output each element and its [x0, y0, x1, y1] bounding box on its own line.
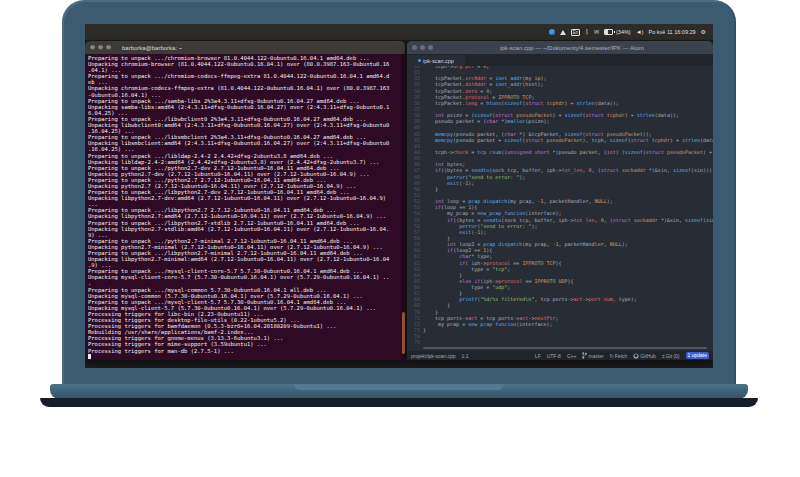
laptop-base-bottom	[40, 398, 758, 407]
status-grammar[interactable]: C++	[567, 353, 576, 359]
code-line: 75	[407, 339, 713, 345]
terminal-line: Unpacking libpython2.7-dev:amd64 (2.7.12…	[88, 195, 401, 201]
terminal-line: Unpacking python2.7-dev (2.7.12-1ubuntu0…	[88, 171, 401, 177]
battery-icon	[604, 29, 613, 35]
laptop-screen: En ᛒ ✉ (34%) ◄) Po kvě 11 16:09:29 ⚙ bar…	[85, 24, 713, 368]
terminal-line: Unpacking mysql-client-core-5.7 (5.7.30-…	[88, 274, 401, 280]
clock[interactable]: Po kvě 11 16:09:29	[649, 29, 696, 35]
terminal-line: Unpacking chromium-codecs-ffmpeg-extra (…	[88, 85, 401, 91]
laptop-lid-notch	[294, 384, 504, 390]
battery-percent: (34%)	[616, 29, 631, 35]
terminal-line: Preparing to unpack .../chromium-codecs-…	[88, 73, 401, 79]
github-icon	[633, 353, 639, 359]
terminal-line: Unpacking libwbclient0:amd64 (2:4.3.11+d…	[88, 122, 401, 128]
mail-icon[interactable]: ✉	[594, 29, 599, 35]
modified-dot-icon	[418, 59, 421, 62]
status-github[interactable]: GitHub	[633, 353, 656, 359]
terminal-line: Unpacking samba-libs:amd64 (2:4.3.11+dfs…	[88, 104, 401, 110]
terminal-line: Unpacking chromium-browser (81.0.4044.12…	[88, 61, 401, 67]
wifi-icon[interactable]	[560, 30, 566, 35]
editor-title: ipk-scan.cpp — ~/Dokumenty/4.semester/IP…	[436, 45, 708, 51]
editor-titlebar[interactable]: ipk-scan.cpp — ~/Dokumenty/4.semester/IP…	[407, 41, 713, 54]
terminal-cursor	[88, 354, 91, 360]
status-encoding[interactable]: UTF-8	[547, 353, 561, 359]
minimize-button[interactable]	[420, 45, 425, 50]
terminal-line: Unpacking libsmbclient:amd64 (2:4.3.11+d…	[88, 140, 401, 146]
battery-icon-nub	[614, 31, 615, 33]
status-line-ending[interactable]: LF	[535, 353, 541, 359]
terminal-window: barborka@barborka: ~ Preparing to unpack…	[85, 41, 405, 360]
terminal-title: barborka@barborka: ~	[122, 45, 182, 51]
tab-ipk-scan[interactable]: ipk-scan.cpp	[407, 55, 465, 66]
horizontal-scrollbar[interactable]	[423, 347, 707, 349]
status-git[interactable]: ± Git (0)	[662, 353, 680, 359]
close-button[interactable]	[412, 45, 417, 50]
top-panel: En ᛒ ✉ (34%) ◄) Po kvě 11 16:09:29 ⚙	[85, 24, 713, 40]
maximize-button[interactable]	[106, 45, 111, 50]
status-cursor-position[interactable]: 1:1	[461, 353, 468, 359]
terminal-output[interactable]: Preparing to unpack .../chromium-browser…	[85, 54, 405, 360]
minimize-button[interactable]	[98, 45, 103, 50]
status-fetch[interactable]: ↻ Fetch	[610, 353, 628, 359]
code-lines: 30 tcph->urg_ptr = 0;3132 tcpPacket.srcA…	[407, 66, 713, 345]
volume-icon[interactable]: ◄)	[636, 29, 644, 35]
tab-label: ipk-scan.cpp	[423, 58, 454, 64]
terminal-line: Preparing to unpack .../libpython2.7-std…	[88, 220, 401, 226]
status-bar: projekt/ipk-scan.cpp 1:1 LF UTF-8 C++ ma…	[407, 351, 713, 360]
session-gear-icon[interactable]: ⚙	[701, 29, 706, 35]
terminal-line: Unpacking libpython2.7:amd64 (2.7.12-1ub…	[88, 213, 401, 219]
battery-indicator[interactable]: (34%)	[604, 29, 631, 35]
laptop-base	[50, 384, 748, 399]
page: En ᛒ ✉ (34%) ◄) Po kvě 11 16:09:29 ⚙ bar…	[0, 0, 800, 477]
code-editor[interactable]: 30 tcph->urg_ptr = 0;3132 tcpPacket.srcA…	[407, 66, 713, 351]
terminal-line: Preparing to unpack .../samba-libs_2%3a4…	[88, 98, 401, 104]
fetch-icon: ↻	[610, 353, 614, 359]
keyboard-layout-indicator[interactable]: En	[571, 29, 581, 36]
terminal-line: Unpacking libldap-2.4-2:amd64 (2.4.42+df…	[88, 159, 401, 165]
terminal-scrollbar-thumb[interactable]	[402, 312, 405, 354]
bluetooth-icon[interactable]: ᛒ	[585, 29, 589, 35]
status-branch[interactable]: master	[582, 352, 603, 359]
desktop: barborka@barborka: ~ Preparing to unpack…	[85, 40, 713, 368]
maximize-button[interactable]	[428, 45, 433, 50]
terminal-titlebar[interactable]: barborka@barborka: ~	[85, 41, 405, 54]
terminal-line: Unpacking libpython2.7-minimal:amd64 (2.…	[88, 256, 401, 262]
editor-window: ipk-scan.cpp — ~/Dokumenty/4.semester/IP…	[407, 41, 713, 360]
terminal-scrollbar[interactable]	[402, 54, 405, 360]
close-button[interactable]	[90, 45, 95, 50]
git-branch-icon	[582, 352, 587, 359]
tray-app-icon[interactable]	[549, 29, 555, 35]
terminal-line: Unpacking mysql-common (5.7.30-0ubuntu0.…	[88, 293, 401, 299]
status-update-badge[interactable]: 1 update	[686, 352, 709, 359]
git-diff-icon: ±	[662, 353, 665, 359]
status-file-path[interactable]: projekt/ipk-scan.cpp	[411, 353, 455, 359]
terminal-line: Unpacking libpython2.7-stdlib:amd64 (2.7…	[88, 226, 401, 232]
tab-bar: ipk-scan.cpp	[407, 54, 713, 66]
